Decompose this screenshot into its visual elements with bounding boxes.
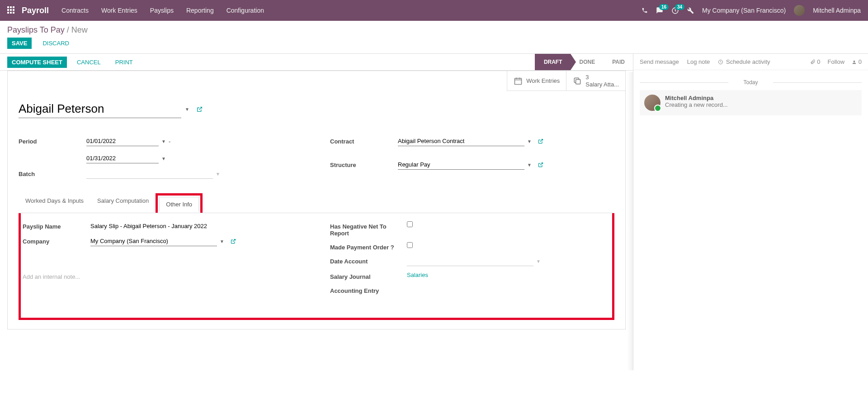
pane-cols: Payslip Name Company (23, 221, 610, 300)
nav-contracts[interactable]: Contracts (61, 7, 89, 14)
employee-dropdown-caret[interactable]: ▼ (185, 107, 189, 112)
batch-input[interactable] (86, 169, 213, 179)
form-body: ▼ Period ▼ - (8, 91, 625, 329)
contract-external-link-icon[interactable] (538, 138, 543, 144)
breadcrumb-root[interactable]: Payslips To Pay (7, 25, 65, 34)
attachments-button[interactable]: 0 (810, 58, 821, 65)
nav-configuration[interactable]: Configuration (226, 7, 264, 14)
field-company: Company ▼ (23, 236, 303, 246)
control-panel: Payslips To Pay / New SAVE DISCARD (0, 21, 868, 49)
apps-icon[interactable] (7, 6, 15, 14)
note-placeholder[interactable]: Add an internal note... (23, 273, 303, 280)
label-period: Period (19, 136, 86, 145)
messages-icon[interactable]: 16 (656, 7, 663, 14)
company-external-link-icon[interactable] (231, 239, 236, 244)
company-selector[interactable]: My Company (San Francisco) (702, 7, 786, 14)
period-to-input[interactable] (86, 153, 159, 163)
pane-col-left: Payslip Name Company (23, 221, 303, 300)
nav-payslips[interactable]: Payslips (150, 7, 174, 14)
contract-caret[interactable]: ▼ (527, 139, 532, 144)
cancel-button[interactable]: CANCEL (72, 57, 105, 68)
company-input[interactable] (90, 236, 217, 246)
batch-caret[interactable]: ▼ (216, 172, 220, 177)
chatter: Send message Log note Schedule activity … (633, 53, 868, 370)
stat-work-entries[interactable]: Work Entries (507, 71, 566, 91)
svg-rect-2 (576, 79, 580, 84)
label-payslip-name: Payslip Name (23, 221, 90, 230)
structure-caret[interactable]: ▼ (527, 162, 532, 167)
field-payslip-name: Payslip Name (23, 221, 303, 231)
field-period: Period ▼ - ▼ (19, 136, 303, 163)
employee-external-link-icon[interactable] (197, 106, 203, 112)
status-row: COMPUTE SHEET CANCEL PRINT DRAFT DONE PA… (0, 54, 633, 71)
tab-salary-computation[interactable]: Salary Computation (90, 193, 156, 213)
messages-badge: 16 (659, 4, 669, 10)
label-company: Company (23, 236, 90, 245)
debug-icon[interactable] (687, 7, 694, 14)
activities-icon[interactable]: 34 (671, 7, 679, 14)
svg-rect-1 (515, 78, 522, 84)
chatter-body: Today Mitchell Adminpa Creating a new re… (633, 70, 868, 120)
stat-salary-label: Salary Atta... (585, 81, 619, 88)
tab-other-info[interactable]: Other Info (159, 197, 199, 211)
compute-sheet-button[interactable]: COMPUTE SHEET (7, 57, 67, 68)
field-grid: Period ▼ - ▼ Batch (19, 136, 614, 184)
nav-work-entries[interactable]: Work Entries (101, 7, 137, 14)
calendar-icon (514, 76, 523, 86)
period-from-input[interactable] (86, 136, 159, 146)
save-button[interactable]: SAVE (7, 38, 32, 49)
follow-button[interactable]: Follow (828, 58, 845, 65)
form-sheet: Work Entries 3 Salary Atta... ▼ (7, 71, 626, 329)
print-button[interactable]: PRINT (111, 57, 137, 68)
payslip-name-input[interactable] (90, 221, 226, 231)
period-to-caret[interactable]: ▼ (161, 156, 166, 161)
followers-button[interactable]: 0 (852, 58, 862, 65)
copy-icon (573, 76, 582, 86)
structure-input[interactable] (398, 160, 524, 170)
tab-worked-days[interactable]: Worked Days & Inputs (19, 193, 90, 213)
discard-button[interactable]: DISCARD (38, 38, 74, 49)
send-message-button[interactable]: Send message (640, 58, 679, 65)
date-account-caret[interactable]: ▼ (536, 259, 541, 264)
label-neg-net: Has Negative Net To Report (330, 221, 407, 237)
phone-icon[interactable] (642, 7, 648, 14)
neg-net-checkbox[interactable] (407, 221, 413, 227)
user-avatar[interactable] (794, 5, 805, 16)
topbar: Payroll Contracts Work Entries Payslips … (0, 0, 868, 21)
date-account-input[interactable] (407, 256, 533, 266)
stat-work-entries-label: Work Entries (526, 77, 560, 85)
status-bar: DRAFT DONE PAID (535, 54, 633, 70)
stat-salary-count: 3 (585, 74, 619, 81)
employee-input[interactable] (19, 100, 181, 118)
structure-external-link-icon[interactable] (538, 162, 543, 167)
main-wrap: COMPUTE SHEET CANCEL PRINT DRAFT DONE PA… (0, 53, 868, 370)
company-caret[interactable]: ▼ (220, 239, 224, 244)
field-payment-order: Made Payment Order ? (330, 242, 610, 251)
payment-order-checkbox[interactable] (407, 242, 413, 248)
tabs: Worked Days & Inputs Salary Computation … (19, 193, 614, 213)
scrollbar[interactable] (627, 72, 633, 370)
log-note-button[interactable]: Log note (687, 58, 710, 65)
field-contract: Contract ▼ (330, 136, 614, 146)
field-structure: Structure ▼ (330, 160, 614, 170)
status-paid[interactable]: PAID (603, 54, 633, 70)
user-name[interactable]: Mitchell Adminpa (813, 7, 861, 14)
nav-reporting[interactable]: Reporting (186, 7, 214, 14)
label-payment-order: Made Payment Order ? (330, 242, 407, 251)
stat-salary-text: 3 Salary Atta... (585, 74, 619, 88)
message-text: Creating a new record... (665, 101, 728, 108)
status-draft[interactable]: DRAFT (535, 54, 571, 70)
field-col-left: Period ▼ - ▼ Batch (19, 136, 303, 184)
form-area: COMPUTE SHEET CANCEL PRINT DRAFT DONE PA… (0, 53, 633, 370)
contract-input[interactable] (398, 136, 524, 146)
breadcrumb: Payslips To Pay / New (7, 25, 861, 35)
stat-buttons: Work Entries 3 Salary Atta... (8, 71, 625, 91)
highlight-box: Payslip Name Company (19, 213, 614, 320)
salary-journal-link[interactable]: Salaries (407, 272, 428, 278)
field-acct-entry: Accounting Entry (330, 286, 610, 294)
period-from-caret[interactable]: ▼ (161, 139, 166, 144)
field-neg-net: Has Negative Net To Report (330, 221, 610, 237)
label-date-account: Date Account (330, 256, 407, 265)
stat-salary-attachments[interactable]: 3 Salary Atta... (566, 71, 625, 91)
schedule-activity-button[interactable]: Schedule activity (718, 58, 770, 65)
